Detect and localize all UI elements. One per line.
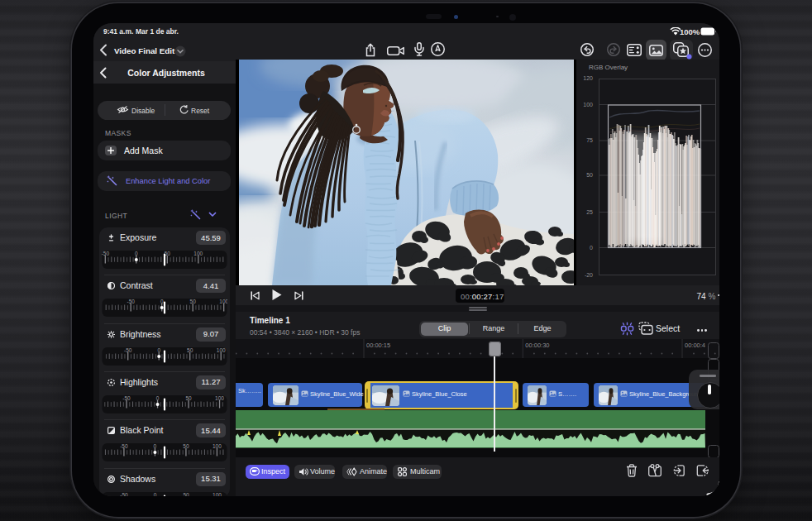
svg-text:50: 50 <box>190 299 197 304</box>
svg-text:100: 100 <box>219 299 227 304</box>
svg-text:0: 0 <box>160 299 164 304</box>
svg-text:-50: -50 <box>102 251 109 256</box>
svg-text:-50: -50 <box>124 347 132 353</box>
svg-text:0: 0 <box>157 347 160 353</box>
svg-text:100: 100 <box>213 443 222 449</box>
svg-text:50: 50 <box>187 347 193 353</box>
svg-text:0: 0 <box>154 443 157 449</box>
svg-text:100: 100 <box>193 251 203 256</box>
svg-text:-50: -50 <box>127 299 135 304</box>
svg-text:50: 50 <box>185 395 192 401</box>
svg-text:50: 50 <box>183 443 189 449</box>
svg-text:100: 100 <box>215 395 224 401</box>
svg-text:0: 0 <box>135 251 138 256</box>
svg-text:-50: -50 <box>122 395 131 401</box>
svg-text:100: 100 <box>213 492 222 496</box>
svg-text:100: 100 <box>217 347 226 353</box>
svg-text:0: 0 <box>154 492 157 496</box>
svg-text:-50: -50 <box>120 443 128 449</box>
svg-text:50: 50 <box>183 492 189 496</box>
svg-text:0: 0 <box>156 395 160 401</box>
svg-text:-50: -50 <box>120 492 128 496</box>
